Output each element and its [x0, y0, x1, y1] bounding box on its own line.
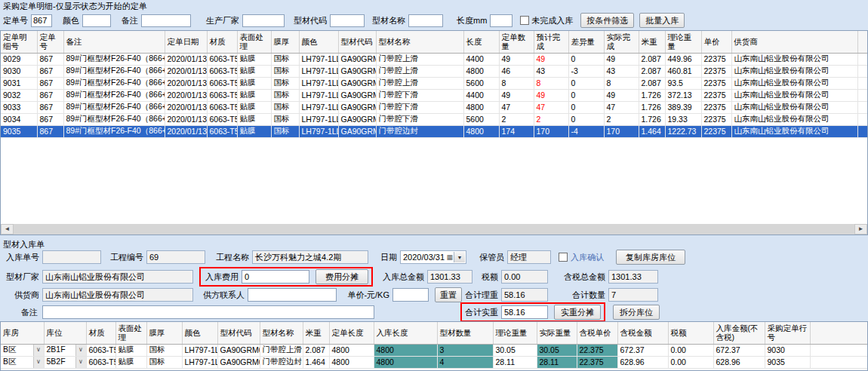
column-header[interactable]: 采购定单行号	[765, 322, 810, 344]
cell[interactable]: 门带腔边封	[376, 125, 463, 137]
cell[interactable]: 672.37	[713, 344, 765, 356]
cell[interactable]: 国标	[271, 89, 299, 101]
cell[interactable]: GA90GRM03	[338, 77, 376, 89]
cell[interactable]: 贴膜	[237, 77, 271, 89]
cell[interactable]: 4	[437, 356, 493, 368]
column-header[interactable]: 理论重量	[665, 31, 701, 53]
cell[interactable]: 867	[37, 65, 63, 77]
cell[interactable]: 9029	[1, 53, 37, 65]
cell[interactable]: 867	[37, 53, 63, 65]
cell[interactable]: ∨B区	[1, 344, 44, 356]
cell[interactable]: 2020/01/13	[165, 53, 207, 65]
cell[interactable]: 4800	[374, 356, 437, 368]
cell[interactable]: 国标	[271, 65, 299, 77]
column-header[interactable]: 预计完成	[534, 31, 568, 53]
cell[interactable]: 5600	[463, 113, 499, 125]
combo-dropdown-icon[interactable]: ∨	[33, 356, 44, 368]
cell[interactable]: GA90GRM04	[338, 89, 376, 101]
column-header[interactable]: 定单数量	[499, 31, 534, 53]
cell[interactable]: 2.087	[303, 344, 329, 356]
cell[interactable]: 2	[604, 113, 639, 125]
cell[interactable]: 372.13	[665, 89, 701, 101]
cell[interactable]: 89#门框型材F26-F40（866+867）	[63, 125, 165, 137]
cell[interactable]: 22375	[701, 65, 731, 77]
table-row[interactable]: 903386789#门框型材F26-F40（866+867）2020/01/13…	[1, 101, 868, 113]
cell[interactable]: 贴膜	[237, 89, 271, 101]
cell[interactable]: 4800	[463, 101, 499, 113]
cell[interactable]: 4400	[463, 53, 499, 65]
cell[interactable]: ∨B区	[1, 356, 44, 368]
column-header[interactable]: 含税单价	[577, 322, 617, 344]
cell[interactable]: LH797-1LL0	[299, 65, 338, 77]
cell[interactable]: 贴膜	[237, 65, 271, 77]
cell[interactable]: 47	[499, 101, 534, 113]
cell[interactable]: 867	[37, 89, 63, 101]
cell[interactable]: 2020/01/13	[165, 89, 207, 101]
horizontal-scrollbar[interactable]: ◄ ►	[1, 224, 867, 235]
fee-share-button[interactable]: 费用分摊	[315, 269, 368, 284]
remark-input[interactable]	[42, 305, 374, 319]
cell[interactable]: 19.33	[665, 113, 701, 125]
cell[interactable]: 867	[37, 125, 63, 137]
column-header[interactable]: 实际重量	[537, 322, 577, 344]
cell[interactable]: 0	[568, 89, 604, 101]
cell[interactable]: 8	[534, 77, 568, 89]
cell[interactable]: 山东南山铝业股份有限公司	[731, 89, 857, 101]
column-header[interactable]: 表面处理	[237, 31, 271, 53]
column-header[interactable]: 米重	[639, 31, 665, 53]
inbound-fee-input[interactable]	[242, 270, 309, 284]
cell[interactable]: 28.11	[537, 356, 577, 368]
cell[interactable]: GA90GRM05	[338, 125, 376, 137]
cell[interactable]	[857, 89, 868, 101]
cell[interactable]: 89#门框型材F26-F40（866+867）	[63, 113, 165, 125]
cell[interactable]: 89#门框型材F26-F40（866+867）	[63, 89, 165, 101]
cell[interactable]: 6063-T5	[207, 53, 237, 65]
cell[interactable]: 2.087	[639, 53, 665, 65]
cell[interactable]	[857, 125, 868, 137]
cell[interactable]: 628.96	[617, 356, 668, 368]
column-header[interactable]: 型材名称	[376, 31, 463, 53]
date-dropdown-icon[interactable]: ▼	[454, 252, 465, 262]
cell[interactable]: GA90GRM03	[338, 65, 376, 77]
manufacturer-filter-input[interactable]	[242, 14, 285, 27]
cell[interactable]: -3	[568, 65, 604, 77]
cell[interactable]: 30.05	[537, 344, 577, 356]
cell[interactable]: 1.726	[639, 89, 665, 101]
cell[interactable]: 门带腔上滑	[376, 65, 463, 77]
cell[interactable]: 贴膜	[237, 113, 271, 125]
cell[interactable]: 9031	[1, 77, 37, 89]
cell[interactable]: 门带腔边封	[260, 356, 303, 368]
column-header[interactable]: 定单号	[37, 31, 63, 53]
cell[interactable]: 0	[568, 77, 604, 89]
cell[interactable]: 0	[568, 101, 604, 113]
cell[interactable]: 170	[604, 125, 639, 137]
cell[interactable]: 28.11	[493, 356, 537, 368]
cell[interactable]: 49	[604, 53, 639, 65]
cell[interactable]: 43	[534, 65, 568, 77]
cell[interactable]: 9030	[765, 344, 810, 356]
total-theoretical-weight-field[interactable]: 58.16	[501, 288, 548, 302]
combo-dropdown-icon[interactable]: ∨	[75, 356, 86, 368]
cell[interactable]: 2020/01/13	[165, 65, 207, 77]
reset-button[interactable]: 重置	[435, 287, 462, 302]
split-location-button[interactable]: 拆分库位	[613, 305, 660, 320]
column-header[interactable]: 长度	[463, 31, 499, 53]
cell[interactable]: 22.375	[577, 356, 617, 368]
project-no-field[interactable]: 69	[146, 250, 205, 264]
cell[interactable]: 1.726	[639, 101, 665, 113]
column-header[interactable]: 实际完成	[604, 31, 639, 53]
cell[interactable]: LH797-1LL0	[299, 125, 338, 137]
inbound-total-amount-field[interactable]: 1301.33	[427, 270, 472, 284]
cell[interactable]: GA90GRM04	[338, 101, 376, 113]
column-header[interactable]: 单价	[701, 31, 731, 53]
cell[interactable]: 6063-T5	[207, 77, 237, 89]
tax-total-field[interactable]: 1301.33	[608, 270, 658, 284]
cell[interactable]: ∨5B2F	[44, 356, 86, 368]
project-name-field[interactable]: 长沙万科魅力之城4.2期	[252, 250, 368, 264]
cell[interactable]: LH797-1LL0	[182, 344, 217, 356]
cell[interactable]: ∨2B1F	[44, 344, 86, 356]
column-header[interactable]: 型材数量	[437, 322, 493, 344]
combo-dropdown-icon[interactable]: ∨	[75, 344, 86, 356]
cell[interactable]: 89#门框型材F26-F40（866+867）	[63, 53, 165, 65]
cell[interactable]: 8	[499, 77, 534, 89]
